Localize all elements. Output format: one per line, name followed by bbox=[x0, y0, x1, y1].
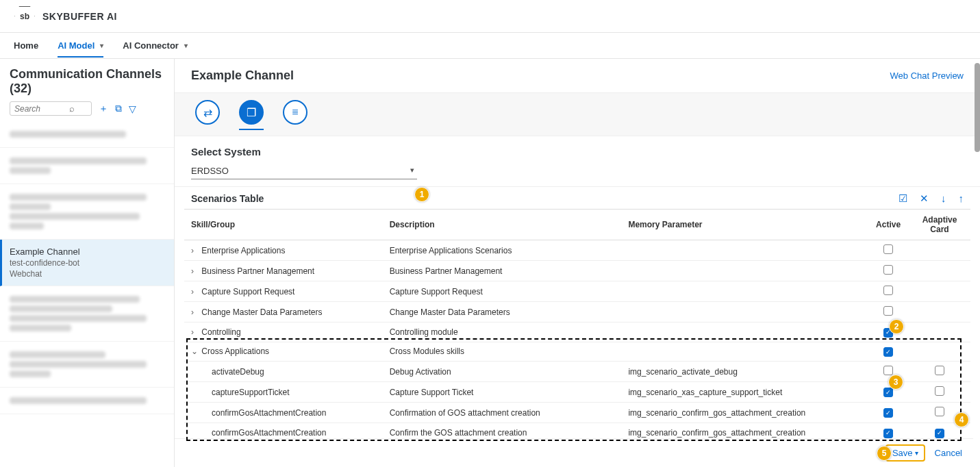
brand-title: SKYBUFFER AI bbox=[42, 11, 117, 22]
skill-name: Capture Support Request bbox=[201, 287, 294, 296]
table-row[interactable]: › Enterprise ApplicationsEnterprise Appl… bbox=[184, 240, 970, 261]
tab-settings-icon[interactable]: ≡ bbox=[283, 100, 307, 125]
adaptive-card-checkbox[interactable] bbox=[935, 429, 944, 438]
table-row[interactable]: › Business Partner ManagementBusiness Pa… bbox=[184, 261, 970, 281]
expand-icon[interactable]: › bbox=[191, 327, 199, 337]
sidebar-item-name: Example Channel bbox=[10, 247, 164, 257]
scenarios-table-label: Scenarios Table bbox=[191, 193, 264, 204]
annotation-badge-1: 1 bbox=[414, 187, 429, 202]
topbar: sb SKYBUFFER AI bbox=[0, 0, 980, 33]
expand-icon[interactable]: › bbox=[191, 246, 199, 255]
web-chat-preview-link[interactable]: Web Chat Preview bbox=[890, 71, 964, 81]
sidebar-item-sub: test-confidence-bot bbox=[10, 258, 164, 268]
table-row[interactable]: captureSupportTicketCapture Support Tick… bbox=[184, 382, 970, 403]
active-checkbox[interactable] bbox=[883, 408, 893, 418]
footer-bar: Save ▾ Cancel bbox=[175, 438, 973, 467]
active-checkbox[interactable] bbox=[883, 306, 893, 316]
arrow-up-icon[interactable]: ↑ bbox=[959, 192, 964, 205]
annotation-badge-2: 2 bbox=[889, 319, 904, 334]
nav-ai-connector[interactable]: AI Connector ▾ bbox=[123, 40, 188, 51]
filter-icon[interactable]: ▽ bbox=[129, 103, 136, 114]
annotation-badge-3: 3 bbox=[888, 375, 903, 390]
sidebar-item-example-channel[interactable]: Example Channel test-confidence-bot Webc… bbox=[0, 240, 174, 286]
scenarios-table: Skill/Group Description Memory Parameter… bbox=[184, 209, 970, 464]
copy-icon[interactable]: ⧉ bbox=[115, 103, 122, 114]
memory-param-cell bbox=[621, 281, 868, 302]
select-all-icon[interactable]: ☑ bbox=[899, 192, 907, 205]
search-input[interactable] bbox=[14, 104, 69, 114]
add-icon[interactable]: ＋ bbox=[99, 103, 108, 115]
list-item[interactable] bbox=[0, 184, 174, 240]
memory-param-cell: img_scenario_confirm_gos_attachment_crea… bbox=[621, 403, 868, 423]
expand-icon[interactable]: › bbox=[191, 287, 199, 296]
table-row[interactable]: activateDebugDebug Activationimg_scenari… bbox=[184, 362, 970, 382]
th-adapt: Adaptive Card bbox=[909, 210, 970, 240]
memory-param-cell: img_scenario_xas_capture_support_ticket bbox=[621, 382, 868, 403]
memory-param-cell: img_scenario_activate_debug bbox=[621, 362, 868, 382]
search-input-wrap[interactable]: ⌕ bbox=[10, 101, 92, 116]
chevron-down-icon: ▾ bbox=[915, 449, 918, 457]
memory-param-cell bbox=[621, 261, 868, 281]
adaptive-card-checkbox[interactable] bbox=[935, 407, 944, 416]
skill-name: Business Partner Management bbox=[201, 266, 314, 276]
system-select[interactable]: ERDSSO bbox=[191, 163, 417, 179]
active-checkbox[interactable] bbox=[883, 388, 893, 397]
navbar: Home AI Model ▾ AI Connector ▾ bbox=[0, 33, 980, 59]
expand-icon[interactable]: › bbox=[191, 266, 199, 276]
th-active: Active bbox=[868, 210, 909, 240]
active-checkbox[interactable] bbox=[883, 429, 893, 438]
select-system-label: Select System bbox=[175, 136, 980, 163]
table-row[interactable]: confirmGosAttachmentCreationConfirmation… bbox=[184, 403, 970, 423]
list-item[interactable] bbox=[0, 388, 174, 414]
nav-home[interactable]: Home bbox=[14, 40, 38, 51]
arrow-down-icon[interactable]: ↓ bbox=[941, 192, 946, 205]
nav-ai-model[interactable]: AI Model ▾ bbox=[58, 40, 103, 58]
search-icon: ⌕ bbox=[69, 103, 75, 114]
expand-icon[interactable]: › bbox=[191, 307, 199, 317]
list-item[interactable] bbox=[0, 286, 174, 342]
memory-param-cell bbox=[621, 302, 868, 323]
active-checkbox[interactable] bbox=[883, 265, 893, 275]
active-checkbox[interactable] bbox=[883, 347, 893, 357]
description-cell: Capture Support Ticket bbox=[383, 382, 622, 403]
description-cell: Cross Modules skills bbox=[383, 342, 622, 362]
logo-icon: sb bbox=[14, 5, 36, 27]
close-icon[interactable]: ✕ bbox=[920, 192, 929, 205]
list-item[interactable] bbox=[0, 342, 174, 388]
table-row[interactable]: › Capture Support RequestCapture Support… bbox=[184, 281, 970, 302]
th-desc: Description bbox=[383, 210, 622, 240]
skill-name: Cross Applications bbox=[201, 346, 269, 356]
skill-name: activateDebug bbox=[212, 367, 264, 377]
th-mem: Memory Parameter bbox=[621, 210, 868, 240]
tab-scenarios-icon[interactable]: ❐ bbox=[239, 100, 264, 125]
description-cell: Confirmation of GOS attachment creation bbox=[383, 403, 622, 423]
cancel-button[interactable]: Cancel bbox=[935, 448, 962, 458]
list-item[interactable] bbox=[0, 121, 174, 148]
skill-name: Controlling bbox=[201, 327, 240, 337]
chevron-down-icon: ▾ bbox=[184, 42, 188, 49]
active-checkbox[interactable] bbox=[883, 286, 893, 295]
main-content: Example Channel Web Chat Preview ⇄ ❐ ≡ S… bbox=[175, 59, 980, 467]
adaptive-card-checkbox[interactable] bbox=[935, 386, 944, 396]
tab-connection-icon[interactable]: ⇄ bbox=[195, 100, 220, 125]
collapse-icon[interactable]: ⌄ bbox=[191, 346, 199, 356]
list-item[interactable] bbox=[0, 148, 174, 184]
active-checkbox[interactable] bbox=[883, 244, 893, 254]
adaptive-card-checkbox[interactable] bbox=[935, 366, 944, 375]
chevron-down-icon: ▾ bbox=[100, 42, 103, 49]
skill-name: captureSupportTicket bbox=[212, 388, 290, 397]
skill-name: confirmGosAttachmentCreation bbox=[212, 408, 326, 418]
table-row[interactable]: › Change Master Data ParametersChange Ma… bbox=[184, 302, 970, 323]
skill-name: confirmGosAttachmentCreation bbox=[212, 428, 326, 438]
description-cell: Capture Support Request bbox=[383, 281, 622, 302]
description-cell: Enterprise Applications Scenarios bbox=[383, 240, 622, 261]
table-row[interactable]: ⌄ Cross ApplicationsCross Modules skills bbox=[184, 342, 970, 362]
active-checkbox[interactable] bbox=[883, 366, 893, 375]
sidebar-title: Communication Channels (32) bbox=[0, 59, 174, 101]
th-skill: Skill/Group bbox=[184, 210, 383, 240]
table-row[interactable]: › ControllingControlling module bbox=[184, 323, 970, 342]
description-cell: Change Master Data Parameters bbox=[383, 302, 622, 323]
memory-param-cell bbox=[621, 342, 868, 362]
annotation-badge-4: 4 bbox=[954, 412, 969, 427]
scrollbar-thumb[interactable] bbox=[975, 63, 980, 152]
